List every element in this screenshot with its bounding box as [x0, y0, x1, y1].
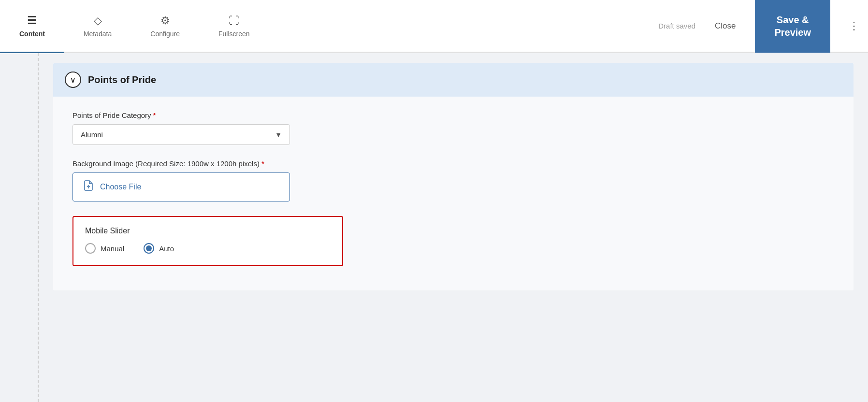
close-button[interactable]: Close [705, 17, 745, 35]
top-navigation: ☰ Content ◇ Metadata ⚙ Configure ⛶ Fulls… [0, 0, 868, 53]
choose-file-button[interactable]: Choose File [72, 172, 290, 201]
section-title: Points of Pride [88, 74, 156, 86]
content-area: ∨ Points of Pride Points of Pride Catego… [39, 53, 868, 402]
section-body: Points of Pride Category* Alumni ▼ Backg… [53, 97, 854, 290]
mobile-slider-radio-group: Manual Auto [85, 243, 331, 254]
mobile-slider-title: Mobile Slider [85, 227, 331, 235]
category-dropdown[interactable]: Alumni ▼ [72, 124, 290, 145]
tab-metadata-label: Metadata [84, 30, 112, 38]
tab-content-label: Content [19, 30, 45, 38]
tab-configure-label: Configure [150, 30, 180, 38]
draft-saved-status: Draft saved [658, 22, 695, 30]
category-required-star: * [153, 111, 156, 119]
metadata-icon: ◇ [94, 14, 102, 27]
background-image-label: Background Image (Required Size: 1900w x… [72, 159, 834, 168]
background-image-field-group: Background Image (Required Size: 1900w x… [72, 159, 834, 201]
configure-icon: ⚙ [160, 14, 170, 27]
content-icon: ☰ [27, 14, 37, 27]
more-icon: ⋮ [849, 20, 859, 32]
upload-icon [83, 180, 94, 194]
category-field-group: Points of Pride Category* Alumni ▼ [72, 111, 834, 145]
category-label: Points of Pride Category* [72, 111, 834, 119]
fullscreen-icon: ⛶ [229, 14, 239, 27]
bg-image-required-star: * [261, 159, 264, 168]
radio-manual-label: Manual [101, 244, 124, 253]
section-collapse-button[interactable]: ∨ [65, 72, 81, 88]
chevron-down-icon: ∨ [70, 75, 76, 85]
nav-right-actions: Draft saved Close Save &Preview ⋮ [658, 0, 868, 52]
points-of-pride-section: ∨ Points of Pride Points of Pride Catego… [53, 63, 854, 290]
category-value: Alumni [81, 130, 103, 139]
choose-file-label: Choose File [100, 183, 141, 191]
radio-circle-manual [85, 243, 96, 254]
tab-metadata[interactable]: ◇ Metadata [64, 0, 131, 53]
tab-content[interactable]: ☰ Content [0, 0, 64, 53]
left-sidebar [0, 53, 39, 402]
radio-option-manual[interactable]: Manual [85, 243, 124, 254]
page-layout: ∨ Points of Pride Points of Pride Catego… [0, 53, 868, 402]
tab-fullscreen-label: Fullscreen [218, 30, 250, 38]
tab-fullscreen[interactable]: ⛶ Fullscreen [199, 0, 269, 53]
chevron-down-icon: ▼ [275, 131, 282, 139]
save-preview-button[interactable]: Save &Preview [755, 0, 830, 53]
radio-circle-auto [144, 243, 154, 254]
mobile-slider-box: Mobile Slider Manual Auto [72, 216, 343, 266]
more-options-button[interactable]: ⋮ [840, 0, 868, 53]
radio-option-auto[interactable]: Auto [144, 243, 174, 254]
section-header: ∨ Points of Pride [53, 63, 854, 97]
tab-configure[interactable]: ⚙ Configure [131, 0, 199, 53]
radio-auto-label: Auto [159, 244, 174, 253]
